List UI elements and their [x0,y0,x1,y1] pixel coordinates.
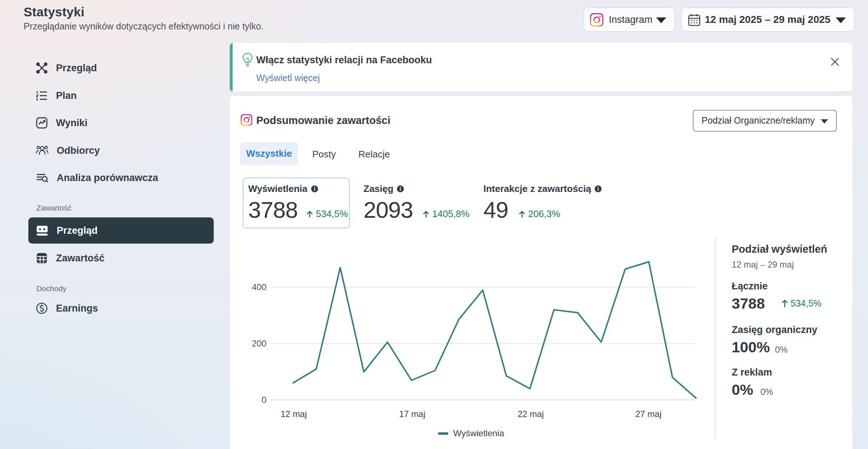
svg-text:22 maj: 22 maj [518,409,544,419]
svg-text:27 maj: 27 maj [635,409,662,419]
svg-text:0: 0 [262,395,266,405]
svg-text:12 maj: 12 maj [281,409,307,419]
svg-text:400: 400 [252,282,266,292]
svg-text:17 maj: 17 maj [399,409,425,419]
svg-text:200: 200 [252,338,266,348]
